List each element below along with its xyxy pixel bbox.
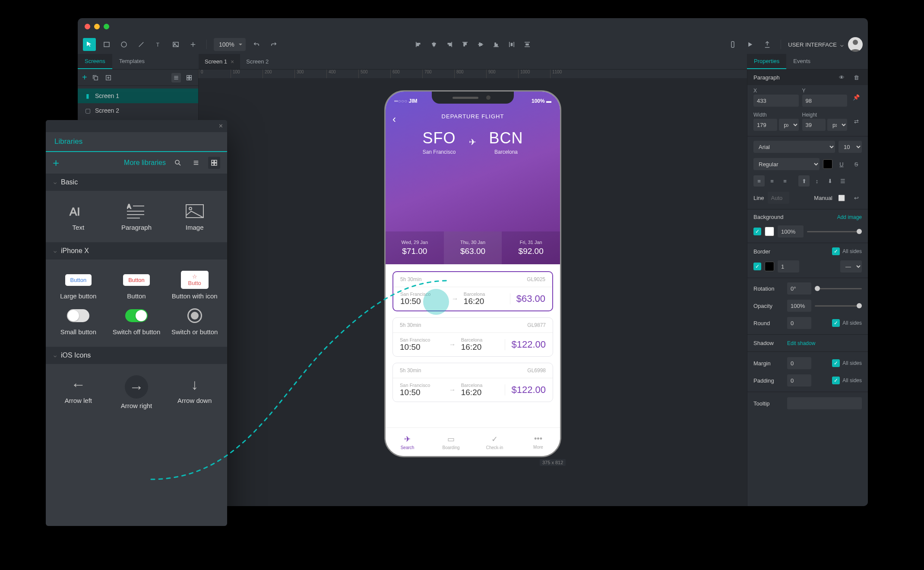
section-ios-icons[interactable]: ⌵iOS Icons	[46, 347, 227, 364]
link-dimensions-icon[interactable]: ⇄	[851, 116, 862, 127]
import-icon[interactable]	[104, 73, 113, 82]
grid-view-icon[interactable]	[184, 73, 194, 82]
ellipse-tool-icon[interactable]	[117, 38, 130, 51]
bg-opacity-slider[interactable]	[807, 231, 862, 232]
align-left-icon[interactable]	[412, 38, 425, 51]
rotation-slider[interactable]	[815, 288, 862, 289]
border-style-select[interactable]: —	[840, 260, 862, 272]
rectangle-tool-icon[interactable]	[100, 38, 113, 51]
strikethrough-icon[interactable]: S	[851, 158, 862, 170]
widget-arrow-left[interactable]: ← Arrow left	[49, 372, 108, 413]
underline-icon[interactable]: U	[836, 158, 847, 170]
flight-card[interactable]: 5h 30minGL6998 San Francisco10:50 → Barc…	[392, 363, 553, 402]
line-tool-icon[interactable]	[135, 38, 148, 51]
padding-input[interactable]	[787, 374, 811, 386]
widget-paragraph[interactable]: A Paragraph	[108, 199, 166, 234]
opacity-slider[interactable]	[815, 305, 862, 307]
pin-icon[interactable]: 📌	[851, 92, 862, 103]
tab-events[interactable]: Events	[786, 54, 817, 69]
copy-screen-icon[interactable]	[91, 73, 100, 82]
height-input[interactable]	[802, 119, 826, 131]
bg-enabled-checkbox[interactable]: ✓	[753, 228, 761, 235]
crop-icon[interactable]: ⬜	[836, 192, 847, 203]
list-view-icon[interactable]	[190, 157, 202, 169]
border-allsides-checkbox[interactable]: ✓	[832, 247, 840, 255]
widget-button[interactable]: Button Button	[108, 267, 166, 303]
text-align-center-icon[interactable]: ≡	[766, 175, 778, 187]
border-width-input[interactable]	[778, 260, 799, 272]
bg-color-swatch[interactable]	[765, 227, 774, 236]
libraries-tab[interactable]: Libraries	[54, 137, 82, 146]
section-iphone-x[interactable]: ⌵iPhone X	[46, 242, 227, 260]
border-color-swatch[interactable]	[765, 262, 774, 271]
export-icon[interactable]	[761, 38, 774, 51]
bg-opacity-input[interactable]	[778, 225, 804, 238]
date-prev[interactable]: Wed, 29 Jan$71.00	[386, 231, 444, 264]
canvas[interactable]: 010020030040050060070080090010001100 ••○…	[199, 70, 747, 506]
user-avatar[interactable]	[848, 37, 863, 52]
opacity-input[interactable]	[787, 300, 811, 312]
tree-item-screen-2[interactable]: ▢ Screen 2	[78, 103, 198, 118]
tab-properties[interactable]: Properties	[747, 54, 786, 69]
zoom-select[interactable]: 100%	[214, 38, 246, 51]
search-icon[interactable]	[172, 157, 184, 169]
add-screen-button[interactable]: +	[82, 73, 87, 82]
maximize-window-icon[interactable]	[104, 24, 109, 29]
close-window-icon[interactable]	[85, 24, 90, 29]
date-next[interactable]: Fri, 31 Jan$92.00	[502, 231, 560, 264]
widget-image[interactable]: Image	[165, 199, 224, 234]
flight-card[interactable]: 5h 30minGL9025 San Francisco10:50 → Barc…	[392, 271, 553, 311]
x-input[interactable]	[753, 95, 799, 107]
round-input[interactable]	[787, 317, 811, 329]
align-right-icon[interactable]	[443, 38, 456, 51]
canvas-tab-screen-1[interactable]: Screen 1×	[199, 54, 240, 69]
align-top-icon[interactable]	[459, 38, 471, 51]
widget-small-button[interactable]: Small button	[49, 303, 108, 339]
list-icon[interactable]: ☰	[837, 175, 848, 187]
back-chevron-icon[interactable]: ‹	[392, 113, 396, 125]
undo-icon[interactable]	[250, 38, 263, 51]
flight-card[interactable]: 5h 30minGL9877 San Francisco10:50 → Barc…	[392, 317, 553, 357]
delete-element-icon[interactable]: 🗑	[851, 72, 862, 83]
nav-more[interactable]: •••More	[516, 428, 560, 456]
visibility-toggle-icon[interactable]: 👁	[836, 72, 847, 83]
device-icon[interactable]	[726, 38, 739, 51]
widget-arrow-right[interactable]: → Arrow right	[108, 372, 166, 413]
tree-item-screen-1[interactable]: ▮ Screen 1	[78, 89, 198, 103]
font-weight-select[interactable]: Regular	[753, 158, 820, 170]
font-size-select[interactable]: 10	[839, 141, 862, 153]
section-basic[interactable]: ⌵Basic	[46, 174, 227, 191]
canvas-tab-screen-2[interactable]: Screen 2	[240, 54, 275, 69]
redo-icon[interactable]	[267, 38, 280, 51]
distribute-h-icon[interactable]	[505, 38, 518, 51]
text-align-left-icon[interactable]: ≡	[753, 175, 765, 187]
width-input[interactable]	[753, 119, 777, 131]
widget-switch-off[interactable]: Switch off button	[108, 303, 166, 339]
image-tool-icon[interactable]	[169, 38, 182, 51]
tab-templates[interactable]: Templates	[112, 54, 152, 69]
margin-allsides-checkbox[interactable]: ✓	[832, 359, 840, 367]
grid-view-icon[interactable]	[208, 157, 220, 169]
libraries-panel[interactable]: × Libraries + More libraries ⌵Basic AI T…	[46, 120, 227, 526]
padding-allsides-checkbox[interactable]: ✓	[832, 377, 840, 384]
widget-arrow-down[interactable]: ↓ Arrow down	[165, 372, 224, 413]
v-align-middle-icon[interactable]: ↕	[811, 175, 823, 187]
widget-switch-or[interactable]: Switch or button	[165, 303, 224, 339]
nav-boarding[interactable]: ▭Boarding	[429, 428, 473, 456]
rotation-input[interactable]	[787, 282, 811, 294]
text-color-swatch[interactable]	[823, 159, 832, 169]
project-dropdown[interactable]: USER INTERFACE⌵	[788, 41, 844, 48]
tab-screens[interactable]: Screens	[78, 54, 112, 69]
close-panel-icon[interactable]: ×	[219, 122, 223, 130]
wrap-icon[interactable]: ↩	[851, 192, 862, 203]
more-libraries-link[interactable]: More libraries	[124, 159, 166, 167]
widget-large-button[interactable]: Button Large button	[49, 267, 108, 303]
v-align-top-icon[interactable]: ⬆	[798, 175, 810, 187]
nav-checkin[interactable]: ✓Check-in	[473, 428, 516, 456]
close-tab-icon[interactable]: ×	[231, 58, 234, 65]
text-align-right-icon[interactable]: ≡	[779, 175, 791, 187]
height-unit-select[interactable]: px	[827, 119, 847, 131]
align-middle-v-icon[interactable]	[474, 38, 487, 51]
date-current[interactable]: Thu, 30 Jan$63.00	[444, 231, 502, 264]
play-icon[interactable]	[744, 38, 756, 51]
